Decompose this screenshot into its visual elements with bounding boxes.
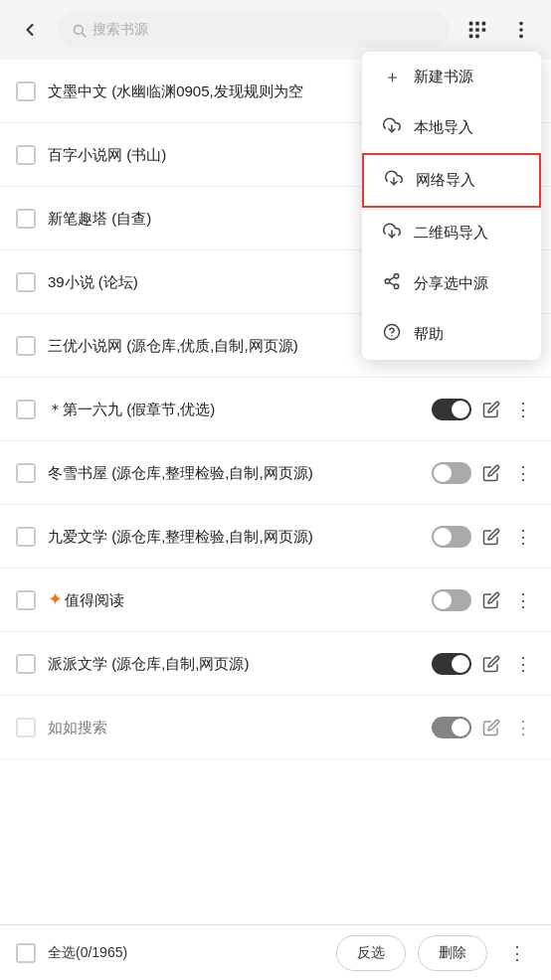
menu-item-label: 分享选中源 <box>414 274 488 293</box>
menu-item-label: 帮助 <box>414 325 444 344</box>
plus-icon: ＋ <box>382 66 402 88</box>
import-icon <box>382 116 402 139</box>
svg-line-20 <box>389 277 394 280</box>
dropdown-menu: ＋ 新建书源 本地导入 网络导入 <box>362 52 541 360</box>
network-import-menu-item[interactable]: 网络导入 <box>362 153 541 208</box>
new-source-menu-item[interactable]: ＋ 新建书源 <box>362 52 541 102</box>
menu-item-label: 本地导入 <box>414 118 473 137</box>
menu-item-label: 新建书源 <box>414 68 473 86</box>
share-selected-menu-item[interactable]: 分享选中源 <box>362 258 541 309</box>
network-import-icon <box>384 169 404 192</box>
menu-item-label: 网络导入 <box>416 171 475 190</box>
help-menu-item[interactable]: 帮助 <box>362 309 541 360</box>
svg-line-19 <box>389 282 394 285</box>
qr-import-icon <box>382 222 402 245</box>
qr-import-menu-item[interactable]: 二维码导入 <box>362 208 541 258</box>
menu-item-label: 二维码导入 <box>414 224 488 243</box>
help-icon <box>382 323 402 346</box>
dropdown-overlay[interactable]: ＋ 新建书源 本地导入 网络导入 <box>0 0 551 980</box>
local-import-menu-item[interactable]: 本地导入 <box>362 102 541 153</box>
share-icon <box>382 272 402 295</box>
